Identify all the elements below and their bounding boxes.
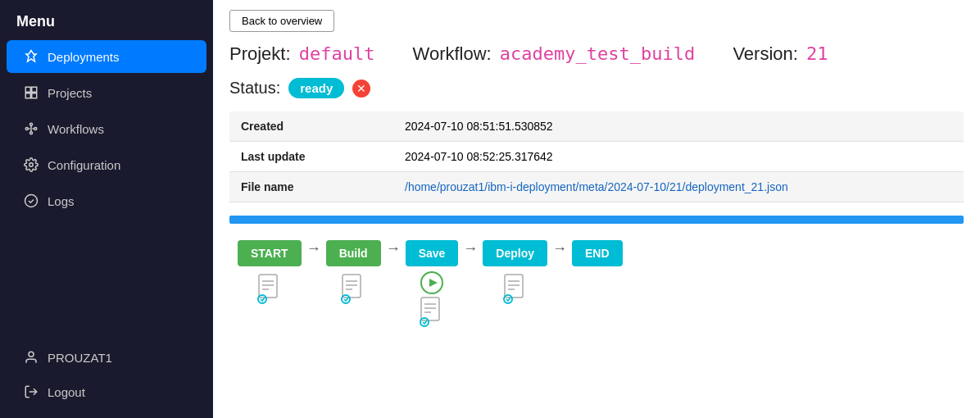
svg-point-7 <box>29 163 34 167</box>
table-cell-file-name-key: File name <box>229 172 393 202</box>
step-build-doc-icon <box>339 273 367 304</box>
info-table: Created 2024-07-10 08:51:51.530852 Last … <box>229 111 964 202</box>
sidebar-item-projects-label: Projects <box>48 86 92 100</box>
sidebar-item-logout[interactable]: Logout <box>7 375 206 408</box>
step-build-icons <box>339 273 367 307</box>
step-deploy: Deploy <box>483 240 547 307</box>
arrow-save-deploy: → <box>458 240 483 274</box>
table-cell-last-update-value: 2024-07-10 08:52:25.317642 <box>393 142 964 172</box>
project-label: Projekt: <box>229 43 291 64</box>
table-row-last-update: Last update 2024-07-10 08:52:25.317642 <box>229 142 964 172</box>
sidebar-item-logs[interactable]: Logs <box>7 184 206 217</box>
step-save: Save <box>406 240 459 327</box>
svg-rect-10 <box>259 275 277 298</box>
svg-point-1 <box>30 123 33 125</box>
sidebar-item-logs-label: Logs <box>48 194 75 208</box>
sidebar-item-deployments-label: Deployments <box>48 50 120 64</box>
step-deploy-box[interactable]: Deploy <box>483 240 547 266</box>
progress-bar <box>229 216 964 224</box>
svg-point-0 <box>25 128 28 130</box>
sidebar-item-workflows-label: Workflows <box>48 122 104 136</box>
rocket-icon <box>23 48 39 65</box>
user-icon <box>23 349 39 366</box>
step-end-box[interactable]: END <box>572 240 623 266</box>
progress-bar-fill <box>229 216 964 224</box>
project-header: Projekt: default Workflow: academy_test_… <box>229 43 964 65</box>
step-start-icons <box>256 273 284 307</box>
step-start-box[interactable]: START <box>238 240 302 266</box>
step-save-box[interactable]: Save <box>406 240 459 266</box>
workflow-steps: START → Build <box>229 240 964 327</box>
table-cell-created-value: 2024-07-10 08:51:51.530852 <box>393 111 964 142</box>
svg-rect-27 <box>505 275 523 298</box>
arrow-deploy-end: → <box>547 240 572 274</box>
step-deploy-icons <box>501 273 529 307</box>
version-value: 21 <box>806 43 828 64</box>
workflow-label: Workflow: <box>413 43 492 64</box>
svg-rect-22 <box>421 298 439 320</box>
sidebar-item-configuration-label: Configuration <box>48 158 120 172</box>
step-save-doc-icon <box>418 296 446 327</box>
sidebar-item-user[interactable]: PROUZAT1 <box>7 341 206 374</box>
status-label: Status: <box>229 79 280 98</box>
logout-icon <box>23 384 39 400</box>
logs-icon <box>23 193 39 209</box>
table-row-file-name: File name /home/prouzat1/ibm-i-deploymen… <box>229 172 964 202</box>
step-build: Build <box>326 240 381 307</box>
version-label: Version: <box>733 43 798 64</box>
table-row-created: Created 2024-07-10 08:51:51.530852 <box>229 111 964 142</box>
main-content: Back to overview Projekt: default Workfl… <box>213 0 980 418</box>
workflow-value: academy_test_build <box>500 43 695 64</box>
table-cell-created-key: Created <box>229 111 393 142</box>
svg-rect-15 <box>343 275 361 298</box>
file-link[interactable]: /home/prouzat1/ibm-i-deployment/meta/202… <box>405 180 788 193</box>
step-save-play-icon[interactable] <box>420 271 443 294</box>
status-row: Status: ready ✕ <box>229 78 964 98</box>
back-to-overview-button[interactable]: Back to overview <box>229 10 334 32</box>
sidebar-item-user-label: PROUZAT1 <box>48 351 112 365</box>
workflow-icon <box>23 120 39 137</box>
sidebar-item-logout-label: Logout <box>48 385 85 399</box>
table-cell-file-name-value[interactable]: /home/prouzat1/ibm-i-deployment/meta/202… <box>393 172 964 202</box>
svg-point-8 <box>29 352 34 357</box>
step-build-box[interactable]: Build <box>326 240 381 266</box>
arrow-build-save: → <box>381 240 406 274</box>
sidebar-item-configuration[interactable]: Configuration <box>7 148 206 181</box>
step-start: START <box>238 240 302 307</box>
close-icon[interactable]: ✕ <box>352 80 370 98</box>
sidebar-item-workflows[interactable]: Workflows <box>7 112 206 145</box>
sidebar-item-projects[interactable]: Projects <box>7 76 206 109</box>
step-start-doc-icon <box>256 273 284 304</box>
svg-point-2 <box>34 128 37 130</box>
arrow-start-build: → <box>302 240 326 274</box>
sidebar: Menu Deployments Projects Workflows <box>0 0 213 418</box>
step-end: END <box>572 240 623 266</box>
svg-point-3 <box>30 132 33 134</box>
step-deploy-doc-icon <box>501 273 529 304</box>
step-save-icons <box>418 271 446 327</box>
sidebar-item-deployments[interactable]: Deployments <box>7 40 206 73</box>
project-value: default <box>299 43 375 64</box>
sidebar-title: Menu <box>0 0 213 39</box>
table-cell-last-update-key: Last update <box>229 142 393 172</box>
projects-icon <box>23 84 39 101</box>
status-badge: ready <box>288 78 344 98</box>
gear-icon <box>23 157 39 173</box>
